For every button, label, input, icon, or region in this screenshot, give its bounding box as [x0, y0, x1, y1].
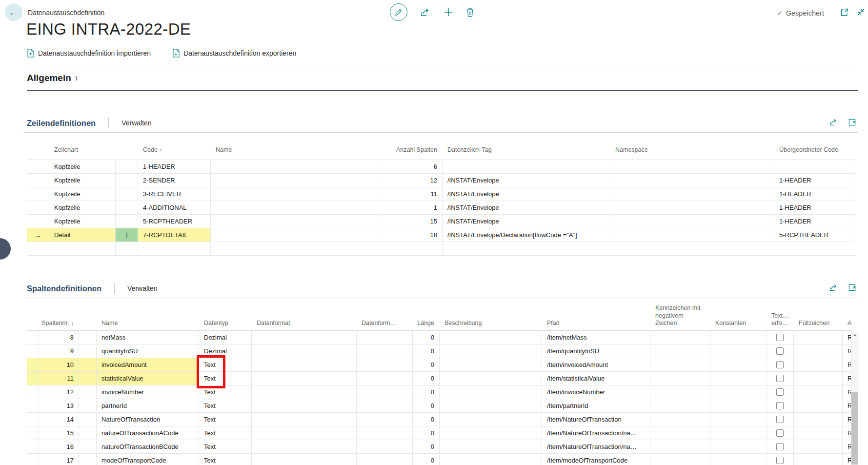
namespace-cell[interactable]: [610, 160, 774, 173]
text-required-checkbox[interactable]: [776, 402, 784, 409]
datenzeilen-tag-cell[interactable]: /INSTAT/Envelope/Declaration[flowCode ="…: [443, 228, 610, 242]
column-header-datenzeilen-tag[interactable]: Datenzeilen-Tag: [443, 140, 610, 160]
spaltennr-cell[interactable]: 17: [39, 454, 79, 465]
anzahl-spalten-cell[interactable]: 12: [379, 174, 443, 187]
pfad-cell[interactable]: /Item/modeOfTransportCode: [542, 454, 650, 465]
laenge-cell[interactable]: 0: [413, 440, 440, 453]
line-definition-row[interactable]: Kopfzeile 4-ADDITIONAL 1 /INSTAT/Envelop…: [27, 201, 855, 215]
column-header-datenformat[interactable]: Datenformat: [252, 303, 357, 330]
datentyp-cell[interactable]: Text: [199, 358, 252, 371]
text-required-checkbox[interactable]: [776, 457, 784, 464]
ausrichtung-cell[interactable]: Re: [843, 331, 851, 344]
zeilenart-cell[interactable]: Kopfzeile: [49, 201, 116, 214]
anzahl-spalten-cell[interactable]: 1: [379, 201, 443, 214]
column-header-code[interactable]: Code↑: [138, 140, 211, 160]
import-definition-button[interactable]: Datenaustauschdefinition importieren: [27, 49, 151, 58]
name-cell[interactable]: partnerId: [97, 399, 199, 412]
datentyp-cell[interactable]: Text: [199, 385, 252, 399]
name-cell[interactable]: quantityInSU: [97, 344, 199, 358]
column-definition-row[interactable]: 16 natureOfTransactionBCode Text 0 /Item…: [27, 440, 851, 454]
line-definition-row-selected[interactable]: → Detail ⋮ 7-RCPTDETAIL 18 /INSTAT/Envel…: [27, 228, 855, 242]
edit-button[interactable]: [390, 3, 407, 21]
laenge-cell[interactable]: 0: [413, 385, 440, 399]
column-definition-row[interactable]: 8 netMass Dezimal 0 /Item/netMass Re: [27, 331, 851, 344]
spaltennr-cell[interactable]: 13: [39, 399, 79, 412]
name-cell[interactable]: [211, 215, 379, 228]
column-header-name[interactable]: Name: [97, 303, 199, 330]
pfad-cell[interactable]: /Item/NatureOfTransaction/na…: [542, 440, 650, 453]
datenzeilen-tag-cell[interactable]: /INSTAT/Envelope: [443, 215, 610, 228]
scroll-up-arrow-icon[interactable]: ▲: [851, 331, 858, 339]
column-header-fuellzeichen[interactable]: Füllzeichen: [794, 303, 843, 330]
pfad-cell[interactable]: /Item/invoiceNumber: [542, 385, 650, 399]
spaltennr-cell[interactable]: 12: [39, 385, 79, 399]
parent-code-cell[interactable]: [774, 160, 855, 173]
column-header-name[interactable]: Name: [211, 140, 379, 160]
text-required-checkbox[interactable]: [776, 416, 784, 423]
datentyp-cell[interactable]: Dezimal: [199, 344, 252, 358]
laenge-cell[interactable]: 0: [413, 426, 440, 440]
laenge-cell[interactable]: 0: [413, 454, 440, 465]
open-in-excel-icon[interactable]: [848, 283, 856, 292]
section-allgemein-toggle[interactable]: Allgemein ›: [27, 73, 78, 83]
column-definition-row[interactable]: 12 invoiceNumber Text 0 /Item/invoiceNum…: [27, 385, 851, 399]
pfad-cell[interactable]: /Item/NatureOfTransaction: [542, 413, 650, 426]
column-header-beschreibung[interactable]: Beschreibung: [440, 303, 542, 330]
namespace-cell[interactable]: [610, 215, 774, 228]
column-header-datentyp[interactable]: Datentyp: [199, 303, 252, 330]
back-button[interactable]: ←: [5, 3, 22, 21]
name-cell[interactable]: NatureOfTransaction: [97, 413, 199, 426]
spaltennr-cell[interactable]: 10: [39, 358, 79, 371]
zeilenart-cell[interactable]: Kopfzeile: [49, 187, 116, 201]
line-definition-row[interactable]: Kopfzeile 3-RECEIVER 11 /INSTAT/Envelope…: [27, 187, 855, 201]
column-header-kennzeichen[interactable]: Kennzeichen mit negativem Zeichen: [650, 303, 710, 330]
zeilenart-cell[interactable]: Kopfzeile: [49, 160, 116, 173]
column-definition-row-highlighted[interactable]: 11 statisticalValue Text 0 /Item/statist…: [27, 372, 851, 385]
namespace-cell[interactable]: [610, 201, 774, 214]
ausrichtung-cell[interactable]: Re: [843, 440, 851, 453]
column-definitions-manage-menu[interactable]: Verwalten: [127, 284, 157, 292]
laenge-cell[interactable]: 0: [413, 344, 440, 358]
column-definition-row[interactable]: 17 modeOfTransportCode Text 0 /Item/mode…: [27, 454, 851, 465]
pfad-cell[interactable]: /Item/NatureOfTransaction/na…: [542, 426, 650, 440]
ausrichtung-cell[interactable]: Re: [843, 454, 851, 465]
zeilenart-cell[interactable]: Kopfzeile: [49, 215, 116, 228]
side-pane-handle[interactable]: [0, 238, 11, 260]
column-header-namespace[interactable]: Namespace: [610, 140, 774, 160]
datentyp-cell[interactable]: Dezimal: [199, 331, 252, 344]
text-required-checkbox[interactable]: [776, 443, 784, 450]
name-cell[interactable]: [211, 174, 379, 187]
name-cell[interactable]: [211, 160, 379, 173]
ausrichtung-cell[interactable]: Re: [843, 358, 851, 371]
open-in-excel-icon[interactable]: [848, 118, 856, 126]
share-icon[interactable]: [829, 118, 838, 126]
share-button[interactable]: [420, 7, 431, 17]
line-definitions-manage-menu[interactable]: Verwalten: [121, 119, 151, 127]
pfad-cell[interactable]: /Item/partnerId: [542, 399, 650, 412]
text-required-checkbox[interactable]: [776, 334, 784, 341]
datentyp-cell[interactable]: Text: [199, 454, 252, 465]
spaltennr-cell[interactable]: 8: [39, 331, 79, 344]
row-menu-button[interactable]: ⋮: [116, 228, 138, 242]
spaltennr-cell[interactable]: 9: [39, 344, 79, 358]
name-cell[interactable]: netMass: [97, 331, 199, 344]
anzahl-spalten-cell[interactable]: 18: [379, 228, 443, 242]
column-header-datenform[interactable]: Datenform…: [357, 303, 413, 330]
column-header-pfad[interactable]: Pfad: [542, 303, 650, 330]
datentyp-cell[interactable]: Text: [199, 426, 252, 440]
spaltennr-cell[interactable]: 11: [39, 372, 79, 385]
code-cell[interactable]: 4-ADDITIONAL: [138, 201, 211, 214]
text-required-checkbox[interactable]: [776, 388, 784, 396]
name-cell[interactable]: natureOfTransactionBCode: [97, 440, 199, 453]
code-cell[interactable]: 7-RCPTDETAIL: [138, 228, 211, 242]
datenzeilen-tag-cell[interactable]: /INSTAT/Envelope: [443, 174, 610, 187]
column-definition-row[interactable]: 13 partnerId Text 0 /Item/partnerId Re: [27, 399, 851, 413]
datentyp-cell[interactable]: Text: [199, 372, 252, 385]
scrollbar-thumb[interactable]: [851, 392, 858, 465]
parent-code-cell[interactable]: 5-RCPTHEADER: [774, 228, 855, 242]
new-button[interactable]: [444, 7, 453, 17]
column-header-zeilenart[interactable]: Zeilenart: [49, 140, 116, 160]
line-definition-row[interactable]: Kopfzeile 1-HEADER 6: [27, 160, 855, 174]
open-in-new-window-button[interactable]: [840, 8, 849, 17]
parent-code-cell[interactable]: 1-HEADER: [774, 174, 855, 187]
